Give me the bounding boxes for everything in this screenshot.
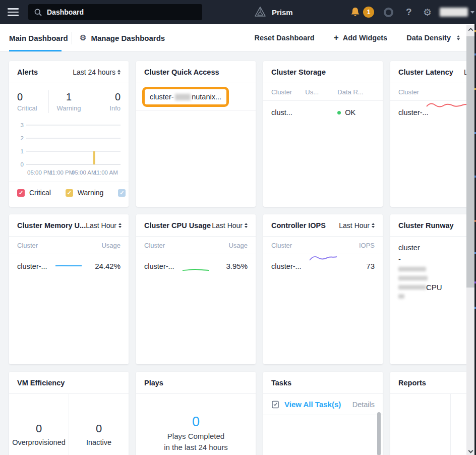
user-menu[interactable] xyxy=(440,0,468,24)
svg-text:1: 1 xyxy=(21,148,24,154)
widget-header: Cluster CPU Usage Last Hour xyxy=(136,214,256,237)
widget-cluster-quick-access: Cluster Quick Access cluster- nutanix... xyxy=(136,61,256,207)
widget-title: Plays xyxy=(144,379,163,387)
widget-tasks: Tasks View All Task(s) Details xyxy=(263,372,383,455)
dashboard-tab-bar: Main Dashboard ⚙ Manage Dashboards Reset… xyxy=(0,24,476,52)
widget-header: Controller IOPS Last Hour xyxy=(263,214,383,237)
time-range-selector[interactable]: Last 24 hours xyxy=(73,68,121,76)
reports-body: 3 Total Reports Sch xyxy=(390,394,476,455)
alerts-timeline-chart: 3 2 1 0 xyxy=(17,120,121,169)
widget-alerts-header: Alerts Last 24 hours xyxy=(9,61,129,83)
plays-count: 0 xyxy=(192,414,200,430)
widget-header: Cluster Latency Last Hour xyxy=(390,61,476,83)
table-row[interactable]: clust... OK xyxy=(263,101,383,124)
redacted-text xyxy=(398,276,428,280)
data-density-selector[interactable]: Data Density xyxy=(406,34,460,42)
widget-title: Cluster Storage xyxy=(271,68,326,76)
info-count: 0 Info xyxy=(89,90,129,113)
widget-title: Cluster Memory U... xyxy=(17,221,86,230)
time-range-selector[interactable]: Last Hour xyxy=(86,221,122,230)
tab-manage-dashboards[interactable]: ⚙ Manage Dashboards xyxy=(80,24,165,51)
updown-icon xyxy=(118,223,122,228)
prism-brand: Prism xyxy=(254,0,293,24)
tasks-row: View All Task(s) Details xyxy=(263,394,383,415)
tab-main-dashboard[interactable]: Main Dashboard xyxy=(9,24,68,51)
cpu-sparkline xyxy=(182,266,210,273)
inactive-cell[interactable]: 0 Inactive xyxy=(69,394,129,455)
global-search-input[interactable]: Dashboard xyxy=(28,4,202,20)
table-row[interactable]: cluster-... 3.95% xyxy=(136,254,256,278)
warning-bar xyxy=(93,151,95,164)
add-widgets-button[interactable]: +Add Widgets xyxy=(334,33,387,43)
reset-dashboard-button[interactable]: Reset Dashboard xyxy=(254,34,314,42)
legend-critical-checkbox[interactable]: ✓ Critical xyxy=(17,189,51,197)
checkbox-checked-icon: ✓ xyxy=(66,189,73,197)
widget-header: Cluster Quick Access xyxy=(136,61,256,83)
updown-icon xyxy=(372,223,375,228)
hamburger-menu-icon[interactable] xyxy=(8,8,19,16)
legend-warning-checkbox[interactable]: ✓ Warning xyxy=(66,189,104,197)
user-menu-caret-icon[interactable] xyxy=(470,0,474,24)
redacted-username xyxy=(440,8,468,17)
critical-count: 0 Critical xyxy=(9,90,48,113)
page-scrollbar[interactable] xyxy=(466,25,474,455)
settings-gear-icon[interactable]: ⚙ xyxy=(423,0,432,24)
scrollbar-thumb[interactable] xyxy=(466,36,474,288)
widget-vm-efficiency: VM Efficiency 0 Overprovisioned 0 Inacti… xyxy=(9,372,129,455)
widget-title: Controller IOPS xyxy=(271,221,326,230)
widget-cluster-latency: Cluster Latency Last Hour Cluster cluste… xyxy=(390,61,476,207)
iops-sparkline xyxy=(309,252,338,264)
table-row[interactable]: cluster-... 24.42% xyxy=(9,254,129,278)
cluster-quick-access-link[interactable]: cluster- nutanix... xyxy=(142,87,229,107)
widget-title: Reports xyxy=(398,379,426,387)
widget-header: Cluster Storage xyxy=(263,61,383,83)
task-details-link[interactable]: Details xyxy=(352,401,375,409)
vm-efficiency-cells: 0 Overprovisioned 0 Inactive xyxy=(9,394,129,455)
dashboard-actions: Reset Dashboard +Add Widgets Data Densit… xyxy=(254,24,460,51)
widget-reports: Reports 3 Total Reports Sch xyxy=(390,372,476,455)
view-all-tasks-link[interactable]: View All Task(s) xyxy=(284,400,341,409)
svg-text:0: 0 xyxy=(21,161,24,167)
widget-cluster-cpu-usage: Cluster CPU Usage Last Hour Cluster Usag… xyxy=(136,214,256,364)
dashboard-content: Alerts Last 24 hours 0 Critical 1 Warnin… xyxy=(0,52,476,455)
table-header: Cluster IOPS xyxy=(263,237,383,254)
table-header: Cluster Usage xyxy=(9,237,129,254)
table-row[interactable]: cluster-... 73 xyxy=(263,254,383,278)
overprovisioned-cell[interactable]: 0 Overprovisioned xyxy=(9,394,69,455)
redacted-text xyxy=(398,267,426,271)
widget-header: Reports xyxy=(390,372,476,394)
notifications-bell-icon[interactable] xyxy=(350,0,361,24)
alerts-legend: ✓ Critical ✓ Warning ✓ Info xyxy=(9,182,129,203)
status-badge: OK xyxy=(337,108,375,117)
help-icon[interactable]: ? xyxy=(406,0,412,24)
divider xyxy=(136,110,256,110)
widget-grid: Alerts Last 24 hours 0 Critical 1 Warnin… xyxy=(9,61,476,455)
scroll-down-arrow[interactable] xyxy=(466,446,474,455)
widget-title: Tasks xyxy=(271,379,291,387)
divider xyxy=(450,394,451,455)
ok-status-dot xyxy=(337,111,341,115)
tab-manage-dashboards-label: Manage Dashboards xyxy=(91,34,165,42)
legend-info-checkbox[interactable]: ✓ Info xyxy=(118,189,129,197)
time-range-selector[interactable]: Last Hour xyxy=(212,221,248,230)
widget-header: Plays xyxy=(136,372,256,394)
runway-body: cluster - CPU xyxy=(390,237,476,310)
activity-ring-icon[interactable] xyxy=(384,0,393,24)
runway-metric-label: CPU xyxy=(426,283,442,292)
table-row[interactable]: cluster-... xyxy=(390,101,476,124)
redacted-text xyxy=(398,294,404,299)
checkbox-checked-icon: ✓ xyxy=(17,189,25,197)
widget-alerts: Alerts Last 24 hours 0 Critical 1 Warnin… xyxy=(9,61,129,207)
redacted-text xyxy=(398,285,426,290)
widget-plays: Plays 0 Plays Completedin the last 24 ho… xyxy=(136,372,256,455)
notification-count-badge[interactable]: 1 xyxy=(363,0,374,24)
widget-cluster-storage: Cluster Storage Cluster Us... Data R... … xyxy=(263,61,383,207)
top-navigation-bar: Dashboard Prism 1 ? ⚙ xyxy=(0,0,476,24)
widget-scrollbar-thumb[interactable] xyxy=(377,412,381,455)
manage-gear-icon: ⚙ xyxy=(80,33,86,42)
widget-title: Cluster Latency xyxy=(398,68,453,76)
time-range-selector[interactable]: Last Hour xyxy=(339,221,375,230)
scroll-up-arrow[interactable] xyxy=(466,25,474,34)
memory-sparkline xyxy=(54,261,83,269)
alerts-x-axis-labels: 05:00 PM 11:00 PM 05:00 AM 11:00 AM xyxy=(17,169,121,177)
